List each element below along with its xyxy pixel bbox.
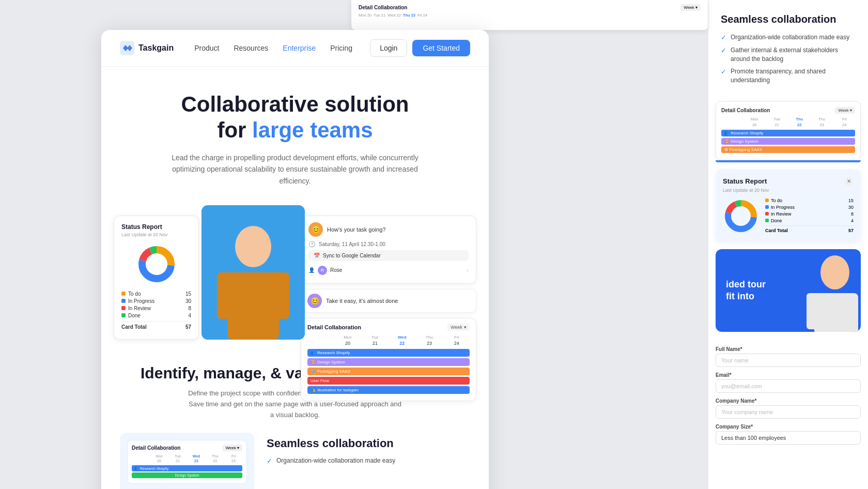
person-silhouette-right: [788, 249, 861, 332]
right-feature-2: ✓ Gather internal & external stakeholder…: [721, 46, 856, 64]
donut-chart: [136, 243, 177, 285]
right-status-date: Last Update at 20 Nov: [723, 188, 854, 193]
check-icon-r2: ✓: [721, 47, 726, 54]
clock-icon: 🕐: [308, 241, 316, 248]
collaboration-area: 😊 How's your task going? 🕐 Saturday, 11 …: [301, 216, 476, 401]
login-button[interactable]: Login: [370, 39, 407, 57]
full-name-field: Full Name*: [716, 346, 861, 367]
company-size-select[interactable]: Less than 100 employees 100-500 employee…: [716, 431, 861, 445]
svg-point-15: [732, 207, 750, 225]
right-person-text: ided tour fit into: [716, 268, 776, 313]
sync-google-btn[interactable]: 📅 Sync to Google Calendar: [308, 250, 469, 261]
brand-name: Taskgain: [138, 43, 174, 53]
reply-avatar: 😊: [307, 294, 322, 308]
schedule-date: Saturday, 11 April 12.30-1.00: [319, 241, 385, 247]
right-feature-1: ✓ Organization-wide collaboration made e…: [721, 33, 856, 42]
company-name-field: Company Name*: [716, 398, 861, 419]
main-card: Taskgain Product Resources Enterprise Pr…: [101, 30, 489, 489]
nav-resources[interactable]: Resources: [234, 44, 268, 52]
email-input[interactable]: [716, 379, 861, 393]
nav-enterprise[interactable]: Enterprise: [283, 44, 316, 52]
right-panel: Seamless collaboration ✓ Organization-wi…: [708, 0, 868, 489]
google-icon: 📅: [314, 253, 320, 258]
nav-product[interactable]: Product: [194, 44, 219, 52]
person-photo: [202, 205, 305, 340]
right-top: Seamless collaboration ✓ Organization-wi…: [708, 0, 868, 101]
right-status-card: Status Report ✕ Last Update at 20 Nov To…: [716, 170, 861, 242]
right-person-card: ided tour fit into: [716, 249, 861, 332]
right-detail-collab: Detail Collaboration Week ▾ MonTueThuThu…: [716, 101, 861, 160]
svg-point-5: [146, 254, 167, 274]
donut-chart-container: [121, 243, 191, 285]
task-userflow: User Flow: [307, 377, 470, 385]
chat-question-row: 😊 How's your task going?: [308, 222, 469, 237]
chat-question: How's your task going?: [327, 226, 385, 233]
feature-item-1: ✓ Organization-wide collaboration made e…: [267, 456, 395, 465]
assignee-row: 👤 R Rose ›: [308, 264, 469, 277]
hero-section: Collaborative solution for large teams L…: [101, 67, 489, 203]
chevron-right-icon: ›: [467, 267, 469, 274]
company-name-input[interactable]: [716, 405, 861, 419]
svg-point-16: [820, 255, 849, 289]
task-prototyping: ⚙️ Prototyping SAAS: [307, 368, 470, 375]
chevron-down-icon: ▾: [464, 325, 467, 330]
seamless-collab-section2: Seamless collaboration ✓ Organization-wi…: [267, 433, 395, 469]
reply-bubble: 😊 Take it easy, it's almost done: [301, 289, 476, 313]
task-design: 🎨 Design System: [307, 358, 470, 366]
right-form: Full Name* Email* Company Name* Company …: [708, 339, 868, 457]
section2-content: Detail Collaboration Week ▾ MonTueWedThu…: [120, 433, 470, 489]
svg-point-7: [235, 226, 271, 267]
navbar: Taskgain Product Resources Enterprise Pr…: [101, 30, 489, 67]
left-bg: [0, 0, 101, 489]
task-illustration: 🎭 Illustration for taskgain: [307, 386, 470, 394]
status-report-card: Status Report Last Update at 20 Nov: [114, 216, 199, 340]
top-partial-card: Detail Collaboration Week ▾ Mon 20Tue 21…: [351, 0, 708, 30]
company-size-field: Company Size* Less than 100 employees 10…: [716, 424, 861, 445]
svg-rect-18: [807, 293, 825, 329]
right-feature-3: ✓ Promote transparency, and shared under…: [721, 67, 856, 85]
check-icon-1: ✓: [267, 457, 272, 465]
dashboard-preview: Status Report Last Update at 20 Nov: [114, 216, 476, 340]
calendar-grid: Mon Tue Wed Thu Fri 20 21 22 23 24: [307, 335, 470, 346]
full-name-input[interactable]: [716, 354, 861, 367]
company-name-label: Company Name*: [716, 398, 861, 404]
check-icon-r1: ✓: [721, 34, 726, 41]
nav-actions: Login Get Started: [370, 39, 470, 57]
status-last-update: Last Update at 20 Nov: [121, 232, 191, 237]
check-icon-r3: ✓: [721, 68, 726, 75]
accent-strip: [716, 160, 861, 162]
hero-description: Lead the charge in propelling product de…: [171, 152, 419, 187]
assignee-avatar: R: [318, 266, 327, 275]
close-button[interactable]: ✕: [844, 177, 854, 186]
schedule-row: 🕐 Saturday, 11 April 12.30-1.00: [308, 241, 469, 248]
reply-text: Take it easy, it's almost done: [326, 298, 398, 304]
logo[interactable]: Taskgain: [120, 41, 174, 55]
right-gap: [698, 0, 708, 489]
right-status-header: Status Report ✕: [723, 177, 854, 186]
get-started-button[interactable]: Get Started: [412, 40, 470, 56]
right-detail-title: Detail Collaboration: [721, 108, 770, 113]
week-badge[interactable]: Week ▾: [447, 324, 470, 331]
task-research: 👥 Research Shopify: [307, 349, 470, 357]
center-image: [202, 205, 305, 340]
email-field: Email*: [716, 372, 861, 393]
right-donut-chart: [723, 198, 759, 234]
logo-icon: [120, 41, 134, 55]
collab-card-small: Detail Collaboration Week ▾ MonTueWedThu…: [120, 433, 254, 489]
chat-avatar-1: 😊: [308, 222, 323, 237]
seamless-collab-title-s2: Seamless collaboration: [267, 437, 395, 450]
email-label: Email*: [716, 372, 861, 378]
status-legend: To do 15 In Progress 30 In Review: [121, 291, 191, 330]
hero-headline: Collaborative solution for large teams: [120, 91, 470, 144]
svg-rect-10: [269, 272, 289, 319]
company-size-label: Company Size*: [716, 424, 861, 430]
right-status-title: Status Report: [723, 177, 767, 185]
detail-collab-header: Detail Collaboration Week ▾: [307, 324, 470, 331]
seamless-title: Seamless collaboration: [721, 12, 856, 26]
nav-links: Product Resources Enterprise Pricing: [194, 44, 353, 52]
chat-bubble-card: 😊 How's your task going? 🕐 Saturday, 11 …: [301, 216, 476, 284]
right-person-headline: ided tour fit into: [726, 279, 766, 303]
nav-pricing[interactable]: Pricing: [330, 44, 352, 52]
detail-collab-title: Detail Collaboration: [307, 324, 361, 330]
detail-collab-card: Detail Collaboration Week ▾ Mon Tue Wed …: [301, 318, 476, 401]
